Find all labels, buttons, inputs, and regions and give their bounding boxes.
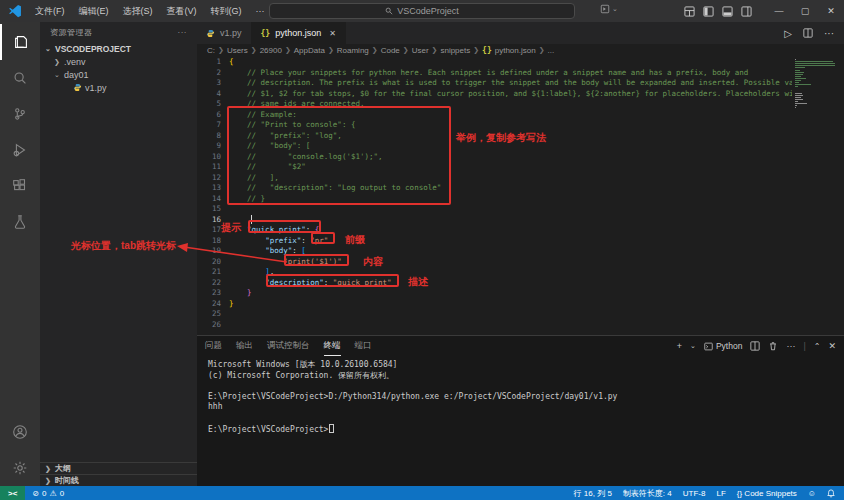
json-file-icon: {}: [261, 29, 271, 38]
code-line[interactable]: 5 // same ids are connected.: [197, 99, 792, 110]
menu-item-4[interactable]: 转到(G): [204, 0, 249, 22]
breadcrumb-item[interactable]: User: [412, 46, 429, 55]
menu-item-1[interactable]: 编辑(E): [72, 0, 116, 22]
code-line[interactable]: 3 // description. The prefix is what is …: [197, 78, 792, 89]
code-line[interactable]: 12 // ],: [197, 173, 792, 184]
timeline-section[interactable]: ❯ 时间线: [40, 474, 197, 486]
search-view-icon[interactable]: [0, 60, 40, 96]
code-line[interactable]: 20 "print('$1')": [197, 257, 792, 268]
feedback-smiley-icon[interactable]: ☺: [808, 489, 816, 498]
toggle-sidebar-icon[interactable]: [703, 6, 714, 17]
restore-button[interactable]: ▢: [792, 0, 818, 22]
panel-tab-端口[interactable]: 端口: [355, 336, 372, 356]
terminal-instance-item[interactable]: Python: [704, 341, 742, 351]
menu-item-3[interactable]: 查看(V): [160, 0, 204, 22]
code-line[interactable]: 26: [197, 320, 792, 331]
tree-item-v1-py[interactable]: v1.py: [40, 81, 197, 94]
code-line[interactable]: 25: [197, 309, 792, 320]
terminal-output[interactable]: Microsoft Windows [版本 10.0.26100.6584](c…: [197, 356, 844, 435]
explorer-icon[interactable]: [0, 24, 40, 60]
breadcrumb-item[interactable]: 26900: [260, 46, 282, 55]
code-line[interactable]: 2 // Place your snippets for python here…: [197, 68, 792, 79]
problems-indicator[interactable]: ⊘0 ⚠0: [25, 489, 71, 498]
menu-bar: 文件(F)编辑(E)选择(S)查看(V)转到(G)···: [28, 0, 272, 22]
command-center-search[interactable]: VSCodeProject: [269, 3, 575, 19]
code-line[interactable]: 14 // }: [197, 194, 792, 205]
maximize-panel-icon[interactable]: ⌃: [814, 342, 821, 351]
code-line[interactable]: 1{: [197, 57, 792, 68]
tree-item-vscodeproject[interactable]: ⌄VSCODEPROJECT: [40, 42, 197, 55]
breadcrumb-item[interactable]: AppData: [294, 46, 325, 55]
panel-tab-终端[interactable]: 终端: [324, 336, 341, 356]
code-line[interactable]: 17 "quick print": {: [197, 225, 792, 236]
code-line[interactable]: 18 "prefix": "pr",: [197, 236, 792, 247]
explorer-more-actions[interactable]: ···: [178, 28, 188, 37]
panel-tab-输出[interactable]: 输出: [236, 336, 253, 356]
toggle-secondary-sidebar-icon[interactable]: [741, 6, 752, 17]
close-button[interactable]: ✕: [818, 0, 844, 22]
notifications-bell-icon[interactable]: [827, 489, 835, 498]
accounts-icon[interactable]: [0, 414, 40, 450]
code-line[interactable]: 11 // "$2": [197, 162, 792, 173]
new-terminal-button[interactable]: +: [677, 341, 682, 351]
menu-item-0[interactable]: 文件(F): [28, 0, 72, 22]
breadcrumb-item[interactable]: C:: [207, 46, 215, 55]
status-item-2[interactable]: UTF-8: [683, 489, 706, 498]
line-number: 16: [197, 215, 221, 226]
code-line[interactable]: 8 // "prefix": "log",: [197, 131, 792, 142]
code-line[interactable]: 22 "description": "quick print": [197, 278, 792, 289]
settings-gear-icon[interactable]: [0, 450, 40, 486]
breadcrumb-item[interactable]: Code: [381, 46, 400, 55]
kill-terminal-trash-icon[interactable]: [768, 341, 778, 351]
code-line[interactable]: 4 // $1, $2 for tab stops, $0 for the fi…: [197, 89, 792, 100]
tab-python-json[interactable]: {}python.json✕: [252, 22, 346, 44]
code-line[interactable]: 15: [197, 204, 792, 215]
status-item-0[interactable]: 行 16, 列 5: [574, 488, 612, 499]
code-line[interactable]: 23 }: [197, 288, 792, 299]
code-line[interactable]: 9 // "body": [: [197, 141, 792, 152]
panel-tab-问题[interactable]: 问题: [205, 336, 222, 356]
breadcrumb-item[interactable]: Users: [227, 46, 248, 55]
menu-item-2[interactable]: 选择(S): [116, 0, 160, 22]
outline-section[interactable]: ❯ 大纲: [40, 462, 197, 474]
code-line[interactable]: 6 // Example:: [197, 110, 792, 121]
code-line[interactable]: 24}: [197, 299, 792, 310]
customize-layout-icon[interactable]: [684, 6, 695, 17]
tree-item--venv[interactable]: ❯.venv: [40, 55, 197, 68]
source-control-icon[interactable]: [0, 96, 40, 132]
minimap[interactable]: [793, 57, 837, 335]
breadcrumb-item[interactable]: Roaming: [337, 46, 369, 55]
breadcrumb-item[interactable]: snippets: [440, 46, 470, 55]
code-line[interactable]: 21 ],: [197, 267, 792, 278]
close-panel-icon[interactable]: ✕: [828, 341, 836, 351]
breadcrumb-item[interactable]: ...: [548, 46, 555, 55]
split-terminal-icon[interactable]: [750, 341, 760, 351]
status-item-3[interactable]: LF: [716, 489, 725, 498]
status-item-1[interactable]: 制表符长度: 4: [623, 488, 672, 499]
code-editor[interactable]: 1{2 // Place your snippets for python he…: [197, 56, 844, 335]
code-line[interactable]: 16: [197, 215, 792, 226]
toggle-panel-icon[interactable]: [722, 6, 733, 17]
run-debug-icon[interactable]: [0, 132, 40, 168]
extensions-icon[interactable]: [0, 168, 40, 204]
minimize-button[interactable]: —: [766, 0, 792, 22]
terminal-dropdown-icon[interactable]: ⌄: [690, 342, 696, 350]
tree-item-day01[interactable]: ⌄day01: [40, 68, 197, 81]
status-item-4[interactable]: {} Code Snippets: [737, 489, 797, 498]
run-python-file-button[interactable]: ▷: [784, 28, 792, 39]
code-line[interactable]: 19 "body": [: [197, 246, 792, 257]
panel-more-actions[interactable]: ···: [786, 341, 795, 351]
tab-close-icon[interactable]: ✕: [329, 29, 336, 38]
breadcrumb-item[interactable]: python.json: [495, 46, 536, 55]
split-editor-icon[interactable]: [803, 28, 813, 38]
remote-indicator[interactable]: ><: [0, 486, 25, 500]
code-line[interactable]: 10 // "console.log('$1');",: [197, 152, 792, 163]
editor-more-actions[interactable]: ···: [824, 28, 834, 39]
code-line[interactable]: 13 // "description": "Log output to cons…: [197, 183, 792, 194]
layout-dropdown-button[interactable]: ⌄: [600, 4, 618, 14]
tab-v1-py[interactable]: v1.py: [197, 22, 252, 44]
testing-icon[interactable]: [0, 204, 40, 240]
panel-tab-调试控制台[interactable]: 调试控制台: [267, 336, 310, 356]
code-line[interactable]: 7 // "Print to console": {: [197, 120, 792, 131]
minimap-line: [795, 103, 807, 104]
